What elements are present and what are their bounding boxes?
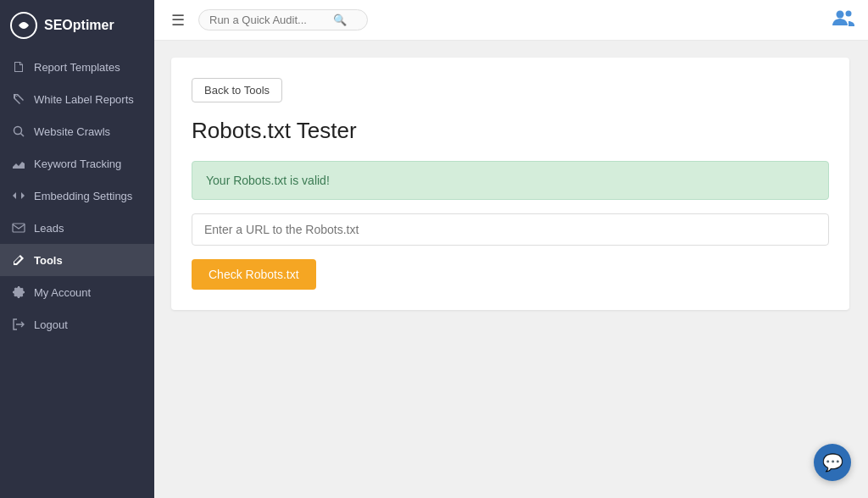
sidebar-item-label: Embedding Settings <box>34 190 132 202</box>
sidebar-item-label: White Label Reports <box>34 93 134 106</box>
users-icon <box>832 10 854 31</box>
main-area: ☰ 🔍 Back to Tools Robots.txt Tester Your… <box>154 0 868 498</box>
app-name: SEOptimer <box>44 18 114 33</box>
sidebar-item-label: Keyword Tracking <box>34 158 121 170</box>
sidebar-item-keyword-tracking[interactable]: Keyword Tracking <box>0 147 154 180</box>
sidebar-item-label: Leads <box>34 222 64 235</box>
chat-icon: 💬 <box>822 452 843 473</box>
sidebar-item-report-templates[interactable]: Report Templates <box>0 51 154 83</box>
file-icon <box>12 60 25 74</box>
sidebar-item-label: Report Templates <box>34 61 120 74</box>
sidebar-item-embedding-settings[interactable]: Embedding Settings <box>0 180 154 212</box>
sidebar: SEOptimer Report Templates White Label R… <box>0 0 154 498</box>
sidebar-item-label: Tools <box>34 254 63 267</box>
sidebar-nav: Report Templates White Label Reports Web… <box>0 51 154 498</box>
svg-line-2 <box>21 134 25 137</box>
search-box: 🔍 <box>198 9 368 30</box>
topbar-right <box>832 8 854 32</box>
sidebar-item-label: Logout <box>34 318 68 331</box>
success-banner: Your Robots.txt is valid! <box>192 161 829 200</box>
search-input[interactable] <box>209 14 328 26</box>
tool-icon <box>12 253 25 267</box>
keyword-icon <box>12 157 25 170</box>
page-title: Robots.txt Tester <box>192 118 829 144</box>
logout-icon <box>12 318 25 331</box>
tag-icon <box>12 92 25 106</box>
hamburger-button[interactable]: ☰ <box>168 8 188 33</box>
svg-point-1 <box>14 127 22 135</box>
svg-point-4 <box>837 10 844 18</box>
topbar: ☰ 🔍 <box>154 0 868 41</box>
gear-icon <box>12 285 25 299</box>
svg-point-5 <box>846 10 852 16</box>
sidebar-item-my-account[interactable]: My Account <box>0 276 154 308</box>
sidebar-item-leads[interactable]: Leads <box>0 212 154 244</box>
sidebar-item-white-label-reports[interactable]: White Label Reports <box>0 83 154 115</box>
crawl-icon <box>12 125 25 138</box>
search-icon: 🔍 <box>333 14 347 26</box>
back-to-tools-button[interactable]: Back to Tools <box>192 78 282 102</box>
svg-rect-3 <box>13 224 25 232</box>
chat-bubble[interactable]: 💬 <box>814 444 851 481</box>
sidebar-item-label: Website Crawls <box>34 125 110 138</box>
sidebar-item-website-crawls[interactable]: Website Crawls <box>0 115 154 147</box>
embed-icon <box>12 189 25 202</box>
sidebar-item-logout[interactable]: Logout <box>0 308 154 340</box>
app-logo[interactable]: SEOptimer <box>0 0 154 51</box>
content-area: Back to Tools Robots.txt Tester Your Rob… <box>154 41 868 498</box>
mail-icon <box>12 221 25 235</box>
url-input[interactable] <box>192 213 829 246</box>
main-card: Back to Tools Robots.txt Tester Your Rob… <box>171 58 849 310</box>
check-robots-button[interactable]: Check Robots.txt <box>192 259 316 290</box>
sidebar-item-label: My Account <box>34 286 91 299</box>
sidebar-item-tools[interactable]: Tools <box>0 244 154 276</box>
